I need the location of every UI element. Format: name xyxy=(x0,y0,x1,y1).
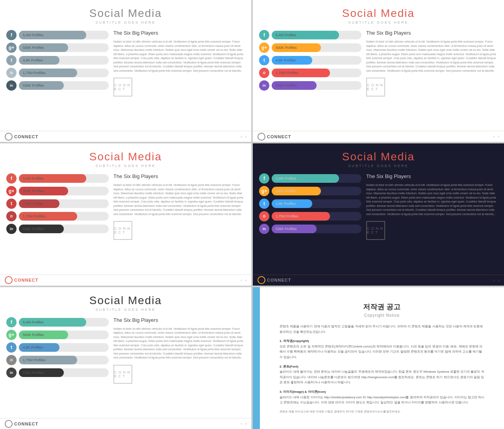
slide-1-text: The Six Big Players Nullam id dolor id n… xyxy=(113,30,245,129)
copyright-footer: 콘텐츠 제품 라이선스에 대한 자세한 사항은 공래하지 하다면 기재된 콘텐츠… xyxy=(280,409,484,414)
bar-label-linkedin: 536K Profiles xyxy=(19,84,44,87)
slide-3: Social Media SUBTITLE GOES HERE f 5,4M P… xyxy=(0,143,251,285)
bar3-row-pinterest: ⊙ 1,75M Profiles xyxy=(6,211,109,221)
linkedin-icon: in xyxy=(6,80,17,91)
twitter-icon: t xyxy=(6,55,17,65)
bar5-row-twitter: t 4,8K Profiles xyxy=(6,342,109,353)
slide-3-connect: CONNECT xyxy=(5,276,38,284)
nav-prev-3[interactable]: ‹ xyxy=(241,278,242,282)
copyright-subtitle: Copyright Notice xyxy=(364,313,400,318)
slide-3-section-title: The Six Big Players xyxy=(113,173,245,179)
s5-gplus-icon: g+ xyxy=(6,330,17,340)
bar3-label-gplus: 500K Profiles xyxy=(19,189,44,193)
slide-2: Social Media SUBTITLE GOES HERE f 5,4M P… xyxy=(253,0,504,142)
copyright-s3-body: 슬라이드 내에 사용한 이미지는 http://shutter/putateu/… xyxy=(280,395,484,405)
slide-1-connect: CONNECT xyxy=(5,133,38,141)
connect-dot-1 xyxy=(5,133,13,141)
bar5-row-fb: f 5,4M Profiles xyxy=(6,317,109,327)
copyright-s2-body: 슬라이드 내에 들어가는 전반 폰트는 네이버 나눔글꼴의 무료배포의 제작되었… xyxy=(280,369,484,385)
bar4-linkedin: 536K Profiles xyxy=(272,225,361,233)
nav-next-5[interactable]: › xyxy=(245,422,246,426)
bar2-label-tw: 4,8K Profiles xyxy=(272,58,296,62)
s5-twitter-icon: t xyxy=(6,342,17,353)
slide-1-content: f 5,4M Profiles g+ 500K Profiles t 4,8K … xyxy=(0,27,251,131)
bar5-label-fb: 5,4M Profiles xyxy=(19,320,44,324)
slide-3-bars: f 5,4M Profiles g+ 500K Profiles t 4,8K … xyxy=(6,173,109,273)
nav-prev-1[interactable]: ‹ xyxy=(241,134,242,139)
bar4-facebook: 5,4M Profiles xyxy=(272,174,361,183)
bar2-row-pinterest: ⊙ 1,75M Profiles xyxy=(259,68,361,78)
connect-dot-4 xyxy=(258,276,265,284)
bar3-row-twitter: t 4,8K Profiles xyxy=(6,199,109,209)
slide-4-text: The Six Big Players Nullam id dolor id n… xyxy=(366,173,498,273)
s3-pinterest-icon: ⊙ xyxy=(6,211,17,221)
slide-5-connect: CONNECT xyxy=(5,420,38,428)
bar5-gplus: 500K Profiles xyxy=(19,331,109,339)
copyright-s2-title: 2. 폰트(Font) xyxy=(280,364,484,370)
slide-5-header: Social Media SUBTITLE GOES HERE xyxy=(0,287,251,314)
bar5-label-gplus: 500K Profiles xyxy=(19,333,44,337)
s4-twitter-icon: t xyxy=(259,199,269,209)
nav-prev-2[interactable]: ‹ xyxy=(493,134,495,139)
slide-3-header: Social Media SUBTITLE GOES HERE xyxy=(0,143,251,170)
slide-1-title: Social Media xyxy=(4,7,247,20)
s3-facebook-icon: f xyxy=(6,173,17,184)
bar4-label-li: 536K Profiles xyxy=(272,227,297,231)
slide-4-title: Social Media xyxy=(257,150,500,163)
bar2-label-pin: 1,75M Profiles xyxy=(272,71,298,75)
slide-3-content: f 5,4M Profiles g+ 500K Profiles t 4,8K … xyxy=(0,170,251,274)
slide-1-nav[interactable]: ‹ › xyxy=(241,134,246,139)
bar5-linkedin: 536K Profiles xyxy=(19,368,109,377)
slide-5-footer: CONNECT ‹ › xyxy=(0,418,251,429)
slide-1-bars: f 5,4M Profiles g+ 500K Profiles t 4,8K … xyxy=(6,30,109,129)
bar5-label-pin: 1,75M Profiles xyxy=(19,358,46,362)
nav-prev-5[interactable]: ‹ xyxy=(241,422,242,426)
bar3-label-tw: 4,8K Profiles xyxy=(19,202,43,206)
bar3-label-pin: 1,75M Profiles xyxy=(19,214,46,218)
bar2-label-gplus: 500K Profiles xyxy=(272,46,297,50)
slide-5-logo: C O N N E C T xyxy=(113,365,132,384)
bar2-pinterest: 1,75M Profiles xyxy=(272,69,361,77)
pinterest-icon: ⊙ xyxy=(6,68,17,78)
slide-1-subtitle: SUBTITLE GOES HERE xyxy=(4,20,247,24)
slide-1-footer: CONNECT ‹ › xyxy=(0,131,251,142)
nav-next-1[interactable]: › xyxy=(245,134,246,139)
slide-3-subtitle: SUBTITLE GOES HERE xyxy=(4,164,247,168)
slide-2-section-title: The Six Big Players xyxy=(366,30,498,36)
s4-facebook-icon: f xyxy=(259,173,269,184)
bar5-facebook: 5,4M Profiles xyxy=(19,318,109,327)
slide-2-nav[interactable]: ‹ › xyxy=(493,134,499,139)
slide-3-nav[interactable]: ‹ › xyxy=(241,278,246,282)
bar-row-gplus: g+ 500K Profiles xyxy=(6,43,109,53)
bar5-label-li: 536K Profiles xyxy=(19,371,44,375)
bar-pinterest: 1,75M Profiles xyxy=(19,69,109,77)
slide-5-content: f 5,4M Profiles g+ 500K Profiles t 4,8K … xyxy=(0,314,251,418)
s5-linkedin-icon: in xyxy=(6,368,17,378)
connect-dot-2 xyxy=(258,133,265,141)
bar4-row-fb: f 5,4M Profiles xyxy=(259,173,361,184)
nav-prev-4[interactable]: ‹ xyxy=(493,278,495,282)
slide-3-text: The Six Big Players Nullam id dolor id n… xyxy=(113,173,245,273)
slide-5-nav[interactable]: ‹ › xyxy=(241,422,246,426)
bar3-twitter: 4,8K Profiles xyxy=(19,199,109,208)
nav-next-3[interactable]: › xyxy=(245,278,246,282)
nav-next-4[interactable]: › xyxy=(498,278,499,282)
slide-2-bars: f 5,4M Profiles g+ 500K Profiles t 4,8K … xyxy=(259,30,361,129)
bar5-label-tw: 4,8K Profiles xyxy=(19,345,43,349)
slide-6-copyright: 저작권 공고 Copyright Notice 콘텐츠 제품을 사용하기 전에 … xyxy=(253,287,504,429)
s2-pinterest-icon: ⊙ xyxy=(259,68,269,78)
slide-5-subtitle: SUBTITLE GOES HERE xyxy=(4,308,247,312)
s4-linkedin-icon: in xyxy=(259,224,269,234)
s2-gplus-icon: g+ xyxy=(259,43,269,53)
bar-label-gplus: 500K Profiles xyxy=(19,46,44,50)
bar4-label-pin: 1,75M Profiles xyxy=(272,214,298,218)
bar3-pinterest: 1,75M Profiles xyxy=(19,212,109,221)
slide-5: Social Media SUBTITLE GOES HERE f 5,4M P… xyxy=(0,287,251,429)
nav-next-2[interactable]: › xyxy=(498,134,499,139)
slide-2-text: The Six Big Players Nullam id dolor id n… xyxy=(366,30,498,129)
slide-2-content: f 5,4M Profiles g+ 500K Profiles t 4,8K … xyxy=(253,27,504,131)
bar5-row-pinterest: ⊙ 1,75M Profiles xyxy=(6,355,109,365)
bar2-row-twitter: t 4,8K Profiles xyxy=(259,55,361,65)
slide-4-nav[interactable]: ‹ › xyxy=(493,278,499,282)
bar3-row-fb: f 5,4M Profiles xyxy=(6,173,109,184)
